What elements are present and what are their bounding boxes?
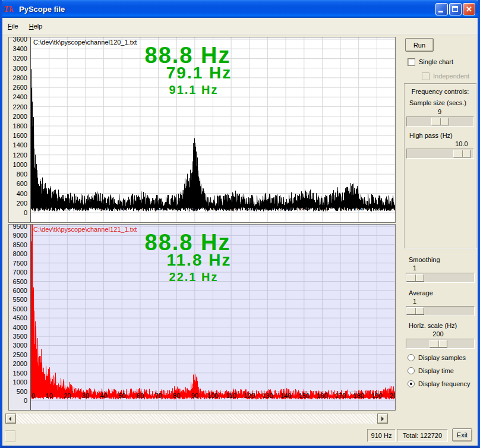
menu-bar: File Help: [2, 18, 478, 34]
svg-text:9000: 9000: [13, 232, 27, 239]
display-time-label: Display time: [418, 367, 454, 374]
scroll-left-button[interactable]: [5, 414, 16, 424]
svg-text:7000: 7000: [13, 269, 27, 276]
svg-text:20: 20: [64, 204, 71, 212]
run-button[interactable]: Run: [405, 38, 434, 52]
svg-text:2500: 2500: [13, 351, 27, 358]
slider-trough[interactable]: [406, 339, 475, 349]
svg-text:3600: 3600: [13, 37, 27, 43]
maximize-button[interactable]: [449, 3, 462, 15]
slider-trough[interactable]: [406, 306, 475, 316]
svg-text:30: 30: [82, 392, 89, 399]
slider-trough[interactable]: [406, 273, 475, 283]
radio-icon: [408, 354, 415, 361]
svg-text:3400: 3400: [13, 45, 27, 52]
scroll-right-button[interactable]: [377, 414, 388, 424]
svg-text:160: 160: [317, 204, 327, 212]
svg-text:1000: 1000: [13, 161, 27, 168]
svg-text:90: 90: [191, 392, 198, 399]
slider-handle[interactable]: [430, 340, 447, 348]
svg-text:170: 170: [335, 392, 346, 399]
svg-text:400: 400: [17, 190, 27, 197]
svg-text:2200: 2200: [13, 103, 27, 111]
status-total: Total: 122720: [397, 429, 448, 442]
svg-text:8500: 8500: [13, 241, 27, 248]
close-button[interactable]: [463, 3, 475, 15]
slider-handle[interactable]: [453, 150, 471, 157]
svg-text:0: 0: [24, 397, 27, 404]
minimize-button[interactable]: [435, 3, 448, 15]
title-bar[interactable]: PyScope file: [0, 0, 480, 18]
slider-trough[interactable]: [406, 149, 474, 159]
average-label: Average: [409, 289, 433, 296]
slider-handle[interactable]: [406, 307, 424, 315]
high-pass-value: 10.0: [450, 140, 473, 147]
svg-text:40: 40: [100, 204, 107, 212]
status-placeholder-box: [5, 430, 15, 442]
svg-text:30: 30: [82, 204, 89, 212]
svg-text:110: 110: [226, 204, 236, 212]
svg-text:11.8 Hz: 11.8 Hz: [167, 251, 232, 269]
average-slider[interactable]: 1: [406, 298, 475, 317]
svg-text:79.1 Hz: 79.1 Hz: [166, 64, 232, 82]
svg-text:10: 10: [46, 204, 53, 212]
svg-text:200: 200: [17, 200, 27, 207]
high-pass-slider[interactable]: 10.0: [406, 140, 474, 160]
svg-text:9500: 9500: [13, 224, 27, 230]
svg-text:6000: 6000: [13, 287, 27, 294]
radio-display-frequency[interactable]: Display frequency: [408, 380, 470, 388]
svg-text:160: 160: [317, 392, 327, 399]
svg-text:0: 0: [24, 209, 27, 216]
svg-text:150: 150: [299, 392, 310, 399]
radio-icon: [408, 380, 415, 387]
svg-text:1600: 1600: [13, 132, 27, 139]
svg-text:1200: 1200: [13, 152, 27, 159]
radio-display-time[interactable]: Display time: [408, 367, 454, 375]
svg-text:170: 170: [335, 204, 346, 212]
sample-size-slider[interactable]: 9: [406, 108, 474, 128]
svg-text:4500: 4500: [13, 314, 27, 321]
slider-trough[interactable]: [406, 116, 474, 127]
high-pass-label: High pass (Hz): [409, 132, 453, 139]
horiz-scale-slider[interactable]: 200: [406, 330, 475, 350]
svg-text:50: 50: [118, 392, 125, 399]
menu-help[interactable]: Help: [24, 20, 48, 32]
sample-size-label: Sample size (secs.): [409, 99, 466, 106]
frequency-controls-title: Frequency controls:: [405, 88, 476, 95]
frequency-controls-frame: Frequency controls: Sample size (secs.) …: [404, 83, 476, 248]
svg-text:800: 800: [17, 171, 27, 178]
svg-text:1000: 1000: [13, 378, 27, 386]
svg-text:120: 120: [244, 392, 255, 399]
svg-text:C:\dev\tk\pyscope\channel120_1: C:\dev\tk\pyscope\channel120_1.txt: [33, 39, 137, 46]
smoothing-slider[interactable]: 1: [406, 264, 475, 284]
svg-text:10: 10: [46, 392, 53, 399]
svg-text:100: 100: [207, 392, 218, 399]
svg-text:1800: 1800: [13, 122, 27, 130]
svg-text:2600: 2600: [13, 84, 27, 91]
svg-text:70: 70: [154, 392, 162, 399]
svg-text:8000: 8000: [13, 250, 27, 257]
svg-text:0: 0: [31, 204, 35, 212]
horizontal-scrollbar[interactable]: [5, 413, 389, 424]
exit-button[interactable]: Exit: [452, 428, 472, 441]
control-panel: Run Single chart Independent Frequency c…: [402, 33, 480, 417]
maximize-icon: [452, 6, 458, 12]
svg-text:3500: 3500: [13, 333, 27, 340]
menu-file[interactable]: File: [2, 20, 24, 32]
slider-handle[interactable]: [431, 118, 449, 125]
svg-text:120: 120: [244, 204, 255, 212]
single-chart-label: Single chart: [419, 58, 453, 65]
svg-text:3000: 3000: [13, 65, 27, 72]
independent-checkbox: Independent: [422, 72, 469, 80]
svg-text:4000: 4000: [13, 324, 27, 331]
svg-text:110: 110: [226, 392, 236, 399]
horiz-scale-value: 200: [426, 330, 450, 337]
single-chart-checkbox[interactable]: Single chart: [408, 58, 453, 66]
svg-text:60: 60: [137, 392, 144, 399]
radio-display-samples[interactable]: Display samples: [408, 354, 466, 362]
minimize-icon: [438, 11, 443, 12]
close-icon: [463, 4, 475, 14]
svg-text:40: 40: [100, 392, 107, 399]
svg-text:90: 90: [191, 204, 198, 212]
slider-handle[interactable]: [406, 274, 424, 282]
